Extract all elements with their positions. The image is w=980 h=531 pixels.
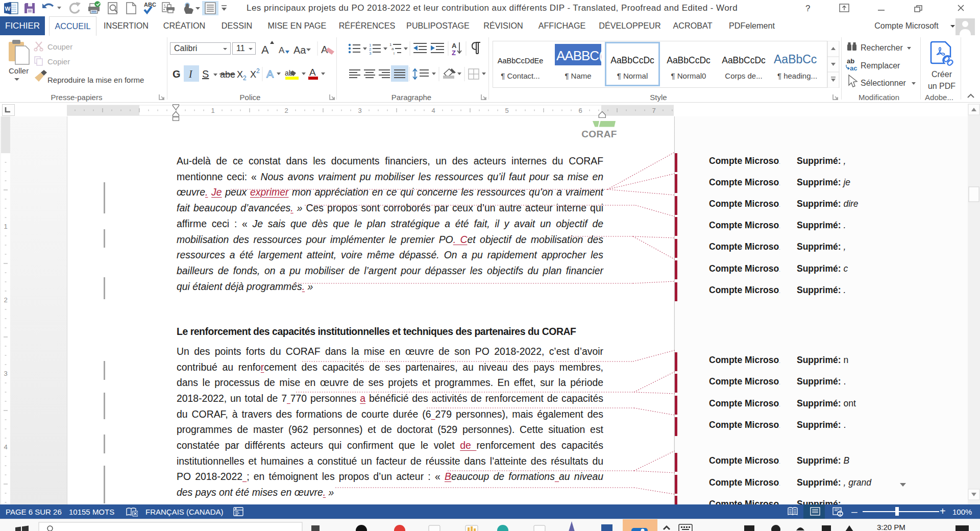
- svg-text:A: A: [261, 43, 269, 56]
- svg-text:ABC: ABC: [144, 2, 156, 8]
- svg-text:S: S: [202, 68, 209, 80]
- svg-text:Remplacer: Remplacer: [861, 61, 900, 70]
- svg-text:Rechercher: Rechercher: [861, 43, 903, 52]
- svg-text:A: A: [266, 68, 274, 80]
- svg-text:2: 2: [243, 75, 247, 82]
- svg-text:A: A: [452, 42, 457, 50]
- svg-text:3: 3: [369, 51, 372, 56]
- svg-text:6: 6: [578, 107, 582, 114]
- svg-text:3:20 PM: 3:20 PM: [877, 523, 905, 531]
- svg-text:ac: ac: [850, 64, 857, 72]
- svg-text:G: G: [173, 68, 181, 80]
- svg-text:Z: Z: [452, 49, 456, 57]
- svg-text:A: A: [279, 45, 285, 55]
- svg-text:X: X: [237, 69, 243, 80]
- svg-text:abe: abe: [220, 69, 235, 80]
- svg-text:A: A: [309, 67, 316, 78]
- svg-text:i: i: [394, 51, 395, 56]
- svg-text:W: W: [5, 6, 11, 12]
- svg-text:Sélectionner: Sélectionner: [861, 79, 906, 87]
- svg-text:4: 4: [431, 107, 435, 114]
- svg-text:7: 7: [652, 107, 655, 114]
- svg-text:?: ?: [805, 4, 810, 13]
- svg-text:3: 3: [358, 107, 361, 114]
- svg-text:Créer: Créer: [932, 70, 952, 79]
- svg-text:X: X: [250, 69, 256, 80]
- svg-text:1: 1: [211, 107, 214, 114]
- svg-text:a: a: [391, 46, 394, 51]
- svg-text:Aa: Aa: [293, 44, 306, 56]
- svg-text:I: I: [188, 68, 193, 80]
- svg-text:un PDF: un PDF: [928, 82, 955, 90]
- svg-text:Coller: Coller: [9, 66, 29, 75]
- svg-text:5: 5: [505, 107, 508, 114]
- svg-text:2: 2: [284, 107, 288, 114]
- svg-text:2: 2: [256, 67, 260, 75]
- svg-text:ab: ab: [847, 57, 854, 65]
